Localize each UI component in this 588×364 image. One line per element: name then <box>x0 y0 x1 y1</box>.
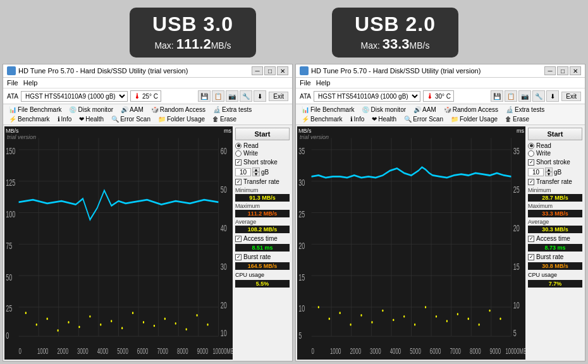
toolbar-icon-5-right[interactable]: ⬇ <box>546 90 559 102</box>
radio-read-circle-right[interactable] <box>528 143 534 149</box>
tab-folder-right[interactable]: 📁 Folder Usage <box>448 115 501 123</box>
checkbox-transfer-right[interactable]: Transfer rate <box>528 178 582 185</box>
tab-disk-monitor-left[interactable]: 💿 Disk monitor <box>66 106 116 114</box>
toolbar-icon-2-right[interactable]: 📋 <box>505 90 517 102</box>
stat-min-right: Minimum 28.7 MB/s <box>528 187 582 202</box>
checkbox-short-box-right[interactable] <box>528 159 534 166</box>
toolbar-icon-3-left[interactable]: 📷 <box>226 90 238 102</box>
tab-file-benchmark-right[interactable]: 📊 File Benchmark <box>298 106 357 114</box>
disk-icon: 💿 <box>69 106 77 113</box>
drive-select-right[interactable]: HGST HTS541010A9 (1000 gB) <box>314 91 420 102</box>
tab-health-right[interactable]: ❤ Health <box>369 115 400 123</box>
usb20-badge: USB 2.0 Max: 33.3MB/s <box>332 8 458 58</box>
top-banner: USB 3.0 Max: 111.2MB/s USB 2.0 Max: 33.3… <box>0 0 588 64</box>
drive-select-left[interactable]: HGST HTS541010A9 (1000 gB) <box>21 91 128 102</box>
checkbox-access-box-left[interactable] <box>235 236 242 242</box>
tab-random-left[interactable]: 🎲 Random Access <box>148 106 209 114</box>
svg-point-34 <box>207 324 208 326</box>
spin-up-left[interactable]: ▲ <box>252 167 260 172</box>
title-bar-left: HD Tune Pro 5.70 - Hard Disk/SSD Utility… <box>3 64 292 78</box>
menu-help-left[interactable]: Help <box>23 79 38 87</box>
radio-write-circle-left[interactable] <box>235 150 242 157</box>
exit-btn-right[interactable]: Exit <box>561 92 581 101</box>
checkbox-burst-right[interactable]: Burst rate <box>528 253 582 260</box>
spin-down-left[interactable]: ▼ <box>252 172 260 176</box>
tab-random-right[interactable]: 🎲 Random Access <box>441 106 501 114</box>
tab-folder-left[interactable]: 📁 Folder Usage <box>155 115 208 123</box>
checkbox-transfer-box-right[interactable] <box>528 179 534 185</box>
menu-file-right[interactable]: File <box>300 79 311 87</box>
checkbox-transfer-left[interactable]: Transfer rate <box>235 178 290 185</box>
window-controls-left[interactable]: ─ □ ✕ <box>252 66 288 75</box>
menu-help-right[interactable]: Help <box>316 79 331 87</box>
tab-benchmark-left[interactable]: ⚡ Benchmark <box>6 115 53 123</box>
chart-area-left: MB/s ms trial version <box>4 126 233 360</box>
stats-section-left: Minimum 91.3 MB/s Maximum 111.2 MB/s Ave… <box>235 187 290 233</box>
checkbox-access-box-right[interactable] <box>528 236 534 242</box>
spin-up-right[interactable]: ▲ <box>545 167 553 172</box>
svg-text:35: 35 <box>513 146 520 157</box>
radio-write-right[interactable]: Write <box>528 150 582 157</box>
tab-info-left[interactable]: ℹ Info <box>54 115 75 123</box>
right-panel-left: Start Read Write Short stroke <box>234 126 291 360</box>
menu-file-left[interactable]: File <box>7 79 18 87</box>
thermometer-icon-left: 🌡 <box>133 92 141 100</box>
minimize-btn-left[interactable]: ─ <box>252 66 263 75</box>
tab-aam-left[interactable]: 🔊 AAM <box>118 106 147 114</box>
minimize-btn-right[interactable]: ─ <box>544 66 556 75</box>
tab-info-right[interactable]: ℹ Info <box>347 115 368 123</box>
checkbox-burst-box-right[interactable] <box>528 254 534 260</box>
toolbar-icon-4-left[interactable]: 🔧 <box>240 90 252 102</box>
svg-text:0: 0 <box>6 331 9 341</box>
checkbox-access-left[interactable]: Access time <box>235 235 290 242</box>
maximize-btn-left[interactable]: □ <box>264 66 276 75</box>
checkbox-transfer-box-left[interactable] <box>235 179 242 185</box>
checkbox-short-box-left[interactable] <box>235 159 242 166</box>
checkbox-short-left[interactable]: Short stroke <box>235 159 290 166</box>
stroke-input-left[interactable]: 10 <box>235 168 251 176</box>
toolbar-icon-4-right[interactable]: 🔧 <box>532 90 545 102</box>
stat-avg-right: Average 30.3 MB/s <box>528 219 582 233</box>
checkbox-short-right[interactable]: Short stroke <box>528 159 582 166</box>
toolbar-icon-5-left[interactable]: ⬇ <box>254 90 266 102</box>
radio-read-circle-left[interactable] <box>235 143 242 149</box>
toolbar-icon-3-right[interactable]: 📷 <box>518 90 531 102</box>
thermometer-icon-right: 🌡 <box>426 92 434 100</box>
tab-benchmark-right[interactable]: ⚡ Benchmark <box>298 115 346 123</box>
error-icon: 🔍 <box>111 116 119 123</box>
toolbar-icons-left: 💾 📋 📷 🔧 ⬇ <box>198 90 266 102</box>
close-btn-left[interactable]: ✕ <box>277 66 288 75</box>
start-button-left[interactable]: Start <box>235 128 290 140</box>
tab-aam-right[interactable]: 🔊 AAM <box>410 106 439 114</box>
tab-erase-right[interactable]: 🗑 Erase <box>502 115 532 123</box>
spin-down-right[interactable]: ▼ <box>545 172 553 176</box>
stroke-input-right[interactable] <box>528 168 544 176</box>
radio-read-right[interactable]: Read <box>528 142 582 149</box>
tab-error-right[interactable]: 🔍 Error Scan <box>401 115 446 123</box>
svg-text:5000: 5000 <box>117 346 128 355</box>
tab-disk-monitor-right[interactable]: 💿 Disk monitor <box>358 106 409 114</box>
start-button-right[interactable]: Start <box>528 128 582 140</box>
tab-file-benchmark-left[interactable]: 📊 File Benchmark <box>6 106 64 114</box>
toolbar-icon-2-left[interactable]: 📋 <box>212 90 224 102</box>
tab-erase-left[interactable]: 🗑 Erase <box>209 115 240 123</box>
tab-health-left[interactable]: ❤ Health <box>76 115 107 123</box>
checkbox-access-right[interactable]: Access time <box>528 235 582 242</box>
tab-extra-right[interactable]: 🔬 Extra tests <box>503 106 548 114</box>
tab-extra-left[interactable]: 🔬 Extra tests <box>210 106 255 114</box>
stat-min-value-left: 91.3 MB/s <box>235 194 290 202</box>
checkbox-burst-left[interactable]: Burst rate <box>235 253 290 260</box>
svg-text:25: 25 <box>513 185 520 195</box>
checkbox-burst-box-left[interactable] <box>235 254 242 260</box>
radio-write-circle-right[interactable] <box>528 150 534 157</box>
toolbar-icon-1-left[interactable]: 💾 <box>198 90 211 102</box>
maximize-btn-right[interactable]: □ <box>557 66 568 75</box>
exit-btn-left[interactable]: Exit <box>269 92 288 101</box>
close-btn-right[interactable]: ✕ <box>570 66 581 75</box>
svg-text:1000: 1000 <box>37 346 49 355</box>
window-controls-right[interactable]: ─ □ ✕ <box>544 66 581 75</box>
tab-error-left[interactable]: 🔍 Error Scan <box>108 115 154 123</box>
radio-write-left[interactable]: Write <box>235 150 290 157</box>
toolbar-icon-1-right[interactable]: 💾 <box>491 90 503 102</box>
radio-read-left[interactable]: Read <box>235 142 290 149</box>
